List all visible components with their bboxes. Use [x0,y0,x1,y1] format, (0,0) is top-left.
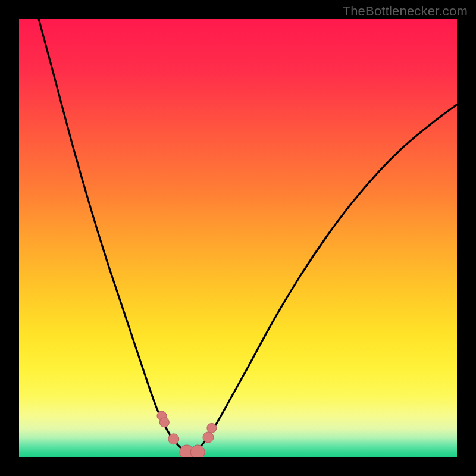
highlight-dot [207,423,217,433]
highlight-dots [19,19,457,457]
chart-stage: TheBottlenecker.com [0,0,476,476]
highlight-dot [159,418,169,427]
watermark-text: TheBottlenecker.com [343,4,468,19]
highlight-dot [190,445,205,457]
highlight-dot [168,434,179,444]
plot-area [19,19,457,457]
highlight-dot [203,432,214,443]
